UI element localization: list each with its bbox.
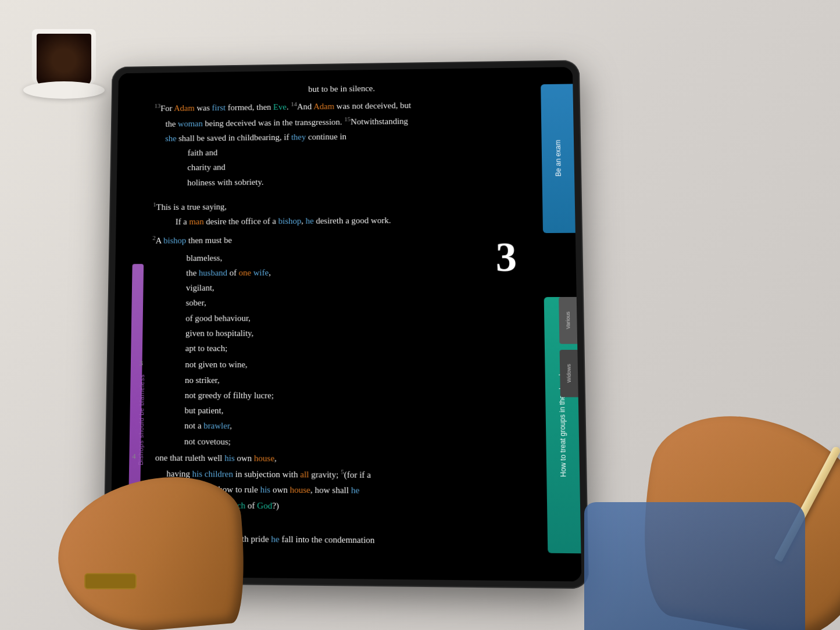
- verse-6: 6 not a novice, lest being lifted up wit…: [148, 515, 539, 550]
- verse-13-block: 13For Adam was first formed, then Eve. 1…: [153, 96, 534, 190]
- verse-3-list: 3 not given to wine, no striker, not gre…: [149, 357, 537, 450]
- cup-coffee: [37, 34, 91, 87]
- tab-blue[interactable]: Be an exam: [541, 84, 576, 233]
- ipad-screen: Bishops should be blameless 3 Be an exam…: [110, 67, 581, 581]
- tab-various-text: Various: [565, 312, 571, 329]
- coffee-cup: [17, 12, 110, 105]
- verse-3-1: 1This is a true saying, If a man desire …: [153, 196, 534, 229]
- bible-text-container: but to be in silence. 13For Adam was fir…: [148, 67, 539, 561]
- verse-4: 4 one that ruleth well his own house, ha…: [149, 450, 538, 516]
- cup-saucer: [23, 81, 105, 99]
- tab-widows[interactable]: Widows: [560, 350, 578, 397]
- cup-body: [32, 29, 96, 87]
- verse-2-list: blameless, the husband of one wife, vigi…: [151, 249, 536, 356]
- tab-blue-text: Be an exam: [553, 139, 562, 176]
- tab-various[interactable]: Various: [559, 297, 577, 344]
- verse-3-2-intro: 2A bishop then must be: [152, 230, 534, 248]
- ipad-device[interactable]: Bishops should be blameless 3 Be an exam…: [103, 60, 589, 589]
- bible-reader: Bishops should be blameless 3 Be an exam…: [110, 67, 581, 581]
- verse-line-silence: but to be in silence.: [155, 79, 532, 99]
- tab-widows-text: Widows: [566, 364, 572, 383]
- scene: Bishops should be blameless 3 Be an exam…: [0, 0, 840, 630]
- sidebar-label-text: Bishops should be blameless: [137, 374, 145, 466]
